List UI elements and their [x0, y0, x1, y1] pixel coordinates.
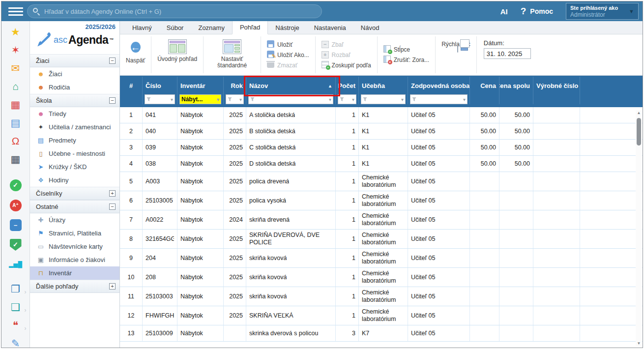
- cell-u-eb-a[interactable]: Chemické laboratórium: [359, 249, 408, 267]
- delete-button[interactable]: Zmazať: [267, 60, 309, 70]
- cell-n-zov[interactable]: polica vysoká: [246, 191, 336, 210]
- cell-n-zov[interactable]: skriňa kovová: [246, 268, 336, 287]
- column-header-cena-spolu[interactable]: Cena spolu: [499, 77, 533, 94]
- cell-invent-r[interactable]: Nábytok: [177, 325, 224, 341]
- date-input[interactable]: [484, 48, 531, 59]
- grades-icon[interactable]: A⁺: [6, 198, 26, 211]
- cell--slo[interactable]: 039: [143, 140, 177, 155]
- wizard-icon[interactable]: ✶: [6, 44, 26, 56]
- cell--slo[interactable]: 25103005: [143, 191, 177, 210]
- group-by-button[interactable]: Zoskupiť podľa: [322, 60, 371, 70]
- briefcase-icon[interactable]: –: [6, 218, 26, 231]
- cell-po-et[interactable]: 1: [336, 123, 359, 139]
- cell-rok[interactable]: 2025: [224, 140, 246, 155]
- cell-zodpovedn-osoba[interactable]: Učiteľ 05: [408, 140, 470, 155]
- library-icon[interactable]: ❐›: [6, 283, 26, 295]
- column-header-cena[interactable]: Cena: [470, 77, 499, 94]
- cell--[interactable]: 1: [120, 107, 143, 123]
- cell-v-robn-slo[interactable]: [533, 268, 580, 287]
- cell-cena[interactable]: 50.00: [470, 123, 499, 139]
- cell--slo[interactable]: FHWIFGHF: [143, 306, 177, 325]
- cell-zodpovedn-osoba[interactable]: Učiteľ 05: [408, 249, 470, 267]
- cell-rok[interactable]: 2025: [224, 287, 246, 306]
- tab-pohľad[interactable]: Pohľad: [232, 21, 268, 34]
- cell-invent-r[interactable]: Nábytok: [177, 210, 224, 229]
- column-header-invent-r[interactable]: Inventár: [177, 77, 224, 94]
- tab-súbor[interactable]: Súbor: [159, 22, 191, 34]
- cell-cena[interactable]: [470, 172, 499, 191]
- cell-rok[interactable]: 2025: [224, 191, 246, 210]
- cell-v-robn-slo[interactable]: [533, 230, 580, 248]
- expand-icon[interactable]: +: [109, 283, 116, 290]
- cell-cena-spolu[interactable]: [499, 249, 533, 267]
- cell-po-et[interactable]: 1: [336, 156, 359, 172]
- cell-zodpovedn-osoba[interactable]: Učiteľ 05: [408, 210, 470, 229]
- scroll-thumb[interactable]: [637, 118, 641, 145]
- table-row[interactable]: 9204Nábytok2025skriňa kovová1Chemické la…: [120, 249, 643, 268]
- cell-cena[interactable]: [470, 210, 499, 229]
- save-as-button[interactable]: Uložiť Ako...: [267, 50, 309, 60]
- sidebar-item-injuries[interactable]: ✚Úrazy: [30, 213, 119, 227]
- table-row[interactable]: 1325103009Nábytokskrinka dverová s polic…: [120, 325, 643, 342]
- cell-cena-spolu[interactable]: [499, 191, 533, 210]
- table-row[interactable]: 2040Nábytok2025B stolička detská1K1Učite…: [120, 123, 643, 140]
- cell-rok[interactable]: 2025: [224, 156, 246, 172]
- cell-u-eb-a[interactable]: Chemické laboratórium: [359, 210, 408, 229]
- cell-invent-r[interactable]: Nábytok: [177, 306, 224, 325]
- cell--[interactable]: 10: [120, 268, 143, 287]
- cell-po-et[interactable]: 1: [336, 268, 359, 287]
- cell-zodpovedn-osoba[interactable]: Učiteľ 05: [408, 191, 470, 210]
- cell-zodpovedn-osoba[interactable]: Učiteľ 05: [408, 287, 470, 306]
- reports-icon[interactable]: ❏›: [6, 301, 26, 313]
- cell-invent-r[interactable]: Nábytok: [177, 156, 224, 172]
- cell-po-et[interactable]: 1: [336, 230, 359, 248]
- cell-cena-spolu[interactable]: [499, 287, 533, 306]
- cell-v-robn-slo[interactable]: [533, 172, 580, 191]
- column-header-v-robn-slo[interactable]: Výrobné číslo: [533, 77, 580, 94]
- cell-po-et[interactable]: 1: [336, 287, 359, 306]
- table-row[interactable]: 3039Nábytok2025C stolička detská1K1Učite…: [120, 140, 643, 156]
- cell--[interactable]: 7: [120, 210, 143, 229]
- cell-u-eb-a[interactable]: K1: [359, 140, 408, 155]
- cell-v-robn-slo[interactable]: [533, 156, 580, 172]
- cell-cena[interactable]: [470, 306, 499, 325]
- collapse-icon[interactable]: −: [109, 204, 116, 210]
- help-button[interactable]: ? Pomoc: [521, 6, 553, 17]
- cell-cena[interactable]: [470, 268, 499, 287]
- home-view-button[interactable]: Úvodný pohľad: [157, 39, 197, 62]
- cell-cena-spolu[interactable]: 50.00: [499, 123, 533, 139]
- cell-n-zov[interactable]: SKRIŇA VEĽKÁ: [246, 306, 336, 325]
- cell-zodpovedn-osoba[interactable]: Učiteľ 05: [408, 156, 470, 172]
- cell-cena[interactable]: 50.00: [470, 156, 499, 172]
- cell-rok[interactable]: 2025: [224, 123, 246, 139]
- cell-zodpovedn-osoba[interactable]: Učiteľ 05: [408, 268, 470, 287]
- table-row[interactable]: 1041Nábytok2025A stolička detská1K1Učite…: [120, 107, 643, 123]
- cell--[interactable]: 5: [120, 172, 143, 191]
- sidebar-item-boarders-payers[interactable]: ⚑Stravníci, Platitelia: [30, 227, 119, 240]
- sidebar-item-lessons[interactable]: ❖Hodiny: [30, 174, 119, 187]
- cell-v-robn-slo[interactable]: [533, 123, 580, 139]
- cell-v-robn-slo[interactable]: [533, 107, 580, 123]
- tab-nástroje[interactable]: Nástroje: [268, 22, 306, 34]
- favorites-icon[interactable]: ★: [6, 26, 26, 38]
- sidebar-section-číselníky[interactable]: Číselníky+: [30, 187, 119, 200]
- tab-hlavný[interactable]: Hlavný: [125, 22, 159, 34]
- cell-po-et[interactable]: 1: [336, 107, 359, 123]
- back-button[interactable]: ←Naspäť: [126, 39, 145, 64]
- cell-cena-spolu[interactable]: 50.00: [499, 140, 533, 155]
- cell-cena[interactable]: [470, 191, 499, 210]
- cell-cena[interactable]: [470, 249, 499, 267]
- cell-v-robn-slo[interactable]: [533, 325, 580, 341]
- cell-n-zov[interactable]: A stolička detská: [246, 107, 336, 123]
- table-row[interactable]: 8321654GGCNábytok2025SKRIŇA DVEROVÁ, DVE…: [120, 230, 643, 249]
- cell-invent-r[interactable]: Nábytok: [177, 268, 224, 287]
- filter-zodpovedn-osoba[interactable]: ▾: [410, 94, 468, 104]
- filter-n-zov[interactable]: ▾: [248, 94, 333, 104]
- table-row[interactable]: 1125103003Nábytok2025skriňa kovová1Chemi…: [120, 287, 643, 306]
- cell-u-eb-a[interactable]: Chemické laboratórium: [359, 306, 408, 325]
- home-icon[interactable]: ⌂: [6, 81, 26, 92]
- cell--slo[interactable]: 321654GGC: [143, 230, 177, 248]
- cell-zodpovedn-osoba[interactable]: Učiteľ 05: [408, 172, 470, 191]
- cell-rok[interactable]: 2025: [224, 249, 246, 267]
- timetable-icon[interactable]: ▦: [6, 99, 26, 111]
